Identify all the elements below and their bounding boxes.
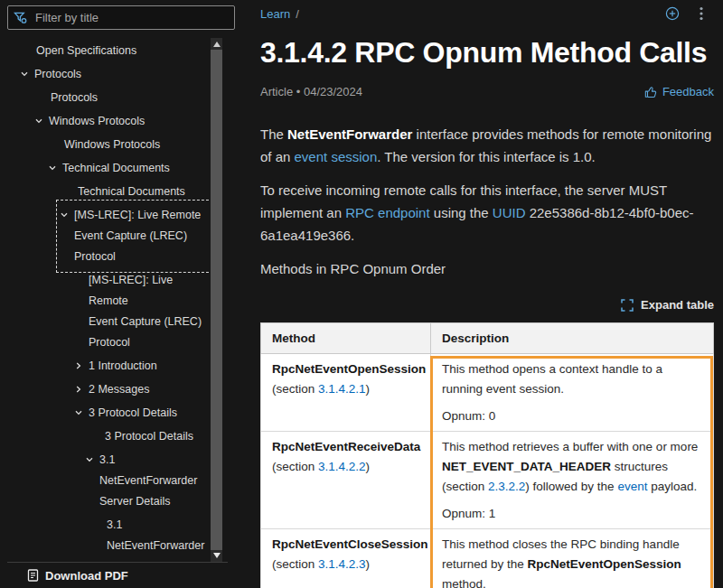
sidebar-scrollbar[interactable]	[211, 38, 222, 562]
text-run: ) followed by the	[525, 480, 617, 493]
tree-item[interactable]: Technical Documents	[0, 157, 211, 181]
tree-item-label: Technical Documents	[78, 182, 185, 202]
tree-item[interactable]: Protocols	[0, 63, 211, 87]
text-run: . The version for this interface is 1.0.	[377, 149, 596, 164]
description-cell: This method retrieves a buffer with one …	[431, 432, 714, 529]
tree-item-label: Protocols	[34, 64, 81, 85]
method-cell: RpcNetEventOpenSession(section 3.1.4.2.1…	[261, 354, 431, 432]
description-text: This method opens a context handle to a …	[442, 359, 702, 399]
chevron-down-icon[interactable]	[48, 163, 62, 173]
method-name: RpcNetEventReceiveData	[272, 440, 420, 453]
inline-link[interactable]: event	[617, 480, 647, 493]
filter-input[interactable]	[33, 10, 229, 25]
tree-item-label: [MS-LREC]: Live Remote Event Capture (LR…	[74, 205, 201, 267]
bold-text: NetEventForwarder	[287, 126, 412, 142]
chevron-down-icon[interactable]	[74, 408, 89, 417]
chevron-down-icon[interactable]	[60, 210, 74, 219]
filter-box[interactable]	[7, 5, 235, 30]
paragraph: To receive incoming remote calls for thi…	[260, 179, 714, 247]
kebab-menu-icon[interactable]	[700, 6, 703, 21]
method-section-ref: (section 3.1.4.2.1)	[272, 379, 419, 399]
tree-item-label: Technical Documents	[62, 158, 170, 179]
chevron-down-icon[interactable]	[20, 70, 34, 79]
scroll-down-arrow-icon[interactable]	[213, 553, 221, 558]
tree-item[interactable]: 3 Protocol Details	[0, 402, 211, 425]
main-content: Learn/ 3.1.4.2 RPC Opnum Method Calls	[235, 0, 723, 588]
text-run: using the	[430, 205, 493, 220]
methods-table-wrap: Method Description RpcNetEventOpenSessio…	[260, 322, 714, 588]
feedback-button[interactable]: Feedback	[644, 85, 714, 98]
tree-item-label: Windows Protocols	[64, 135, 160, 155]
method-cell: RpcNetEventCloseSession(section 3.1.4.2.…	[261, 529, 431, 588]
bold-text: RpcNetEventOpenSession	[528, 557, 681, 571]
chevron-right-icon[interactable]	[74, 385, 89, 394]
download-pdf-label: Download PDF	[45, 569, 128, 583]
tree-item[interactable]: Open Specifications	[0, 40, 211, 63]
thumbs-up-icon	[644, 86, 657, 98]
opnum-label: Opnum: 1	[442, 504, 702, 524]
table-header-row: Method Description	[261, 323, 714, 354]
inline-link[interactable]: 3.1.4.2.2	[318, 460, 366, 473]
tree-item-label: Open Specifications	[36, 41, 136, 61]
inline-link[interactable]: event session	[295, 149, 378, 164]
tree-item-label: 3 Protocol Details	[89, 403, 177, 424]
methods-table: Method Description RpcNetEventOpenSessio…	[260, 322, 714, 588]
scrollbar-thumb[interactable]	[211, 50, 222, 550]
table-row: RpcNetEventOpenSession(section 3.1.4.2.1…	[261, 354, 714, 432]
text-run: )	[366, 557, 371, 571]
table-row: RpcNetEventReceiveData(section 3.1.4.2.2…	[261, 432, 714, 529]
inline-link[interactable]: 3.1.4.2.3	[318, 557, 366, 571]
text-run: This method opens a context handle to a …	[442, 362, 662, 396]
tree-item[interactable]: 1 Introduction	[0, 355, 211, 378]
breadcrumb-learn-link[interactable]: Learn	[260, 7, 290, 21]
tree-item-selected[interactable]: [MS-LREC]: Live Remote Event Capture (LR…	[0, 204, 211, 269]
tree-item-label: 3.1 NetEventForwarder Server Details	[99, 450, 211, 512]
page-title: 3.1.4.2 RPC Opnum Method Calls	[260, 35, 714, 70]
tree-item[interactable]: [MS-LREC]: Live Remote Event Capture (LR…	[0, 269, 211, 355]
tree-item[interactable]: Technical Documents	[0, 181, 211, 204]
tree-item[interactable]: 3.1 NetEventForwarder Server Details	[0, 449, 211, 514]
inline-link[interactable]: RPC endpoint	[345, 205, 429, 220]
method-name: RpcNetEventCloseSession	[272, 537, 428, 551]
inline-link[interactable]: 2.3.2.2	[488, 480, 525, 493]
text-run: (section	[272, 382, 318, 396]
tree-item-label: 3 Protocol Details	[105, 426, 193, 447]
description-text: This method closes the RPC binding handl…	[442, 535, 702, 588]
inline-link[interactable]: 3.1.4.2.1	[318, 382, 366, 396]
tree-item[interactable]: 3.1 NetEventForwarder Server Details	[0, 514, 211, 562]
tree-item[interactable]: Windows Protocols	[0, 110, 211, 134]
text-run: method.	[442, 577, 486, 588]
article-meta-text: Article • 04/23/2024	[260, 85, 362, 98]
tree-item-label: Protocols	[51, 88, 98, 108]
paragraph: The NetEventForwarder interface provides…	[260, 123, 714, 168]
method-section-ref: (section 3.1.4.2.2)	[272, 457, 419, 477]
add-circle-icon[interactable]	[665, 6, 680, 21]
text-run: )	[366, 382, 371, 396]
tree-item-label: 1 Introduction	[89, 356, 157, 377]
article-meta: Article • 04/23/2024 Feedback	[260, 85, 714, 98]
expand-table-label: Expand table	[641, 298, 714, 312]
download-pdf-button[interactable]: Download PDF	[7, 562, 228, 588]
tree-item[interactable]: 3 Protocol Details	[0, 425, 211, 449]
table-row: RpcNetEventCloseSession(section 3.1.4.2.…	[261, 529, 714, 588]
tree-item-label: 2 Messages	[89, 379, 149, 400]
chevron-right-icon[interactable]	[74, 361, 89, 370]
filter-icon	[14, 11, 27, 24]
chevron-down-icon[interactable]	[34, 117, 49, 126]
bold-text: NET_EVENT_DATA_HEADER	[442, 460, 611, 473]
expand-table-button[interactable]: Expand table	[621, 298, 714, 312]
toc-tree: Open SpecificationsProtocolsProtocolsWin…	[0, 40, 211, 562]
breadcrumb: Learn/	[260, 7, 299, 21]
text-run: The	[260, 126, 287, 142]
tree-item[interactable]: Windows Protocols	[0, 134, 211, 157]
opnum-label: Opnum: 0	[442, 406, 702, 426]
tree-item[interactable]: 2 Messages	[0, 378, 211, 402]
expand-table-icon	[621, 299, 634, 312]
inline-link[interactable]: UUID	[493, 205, 526, 220]
scroll-up-arrow-icon[interactable]	[213, 42, 221, 47]
pdf-document-icon	[27, 569, 39, 582]
method-name: RpcNetEventOpenSession	[272, 362, 426, 376]
column-header-description: Description	[431, 323, 714, 354]
chevron-down-icon[interactable]	[85, 455, 99, 464]
tree-item[interactable]: Protocols	[0, 87, 211, 110]
